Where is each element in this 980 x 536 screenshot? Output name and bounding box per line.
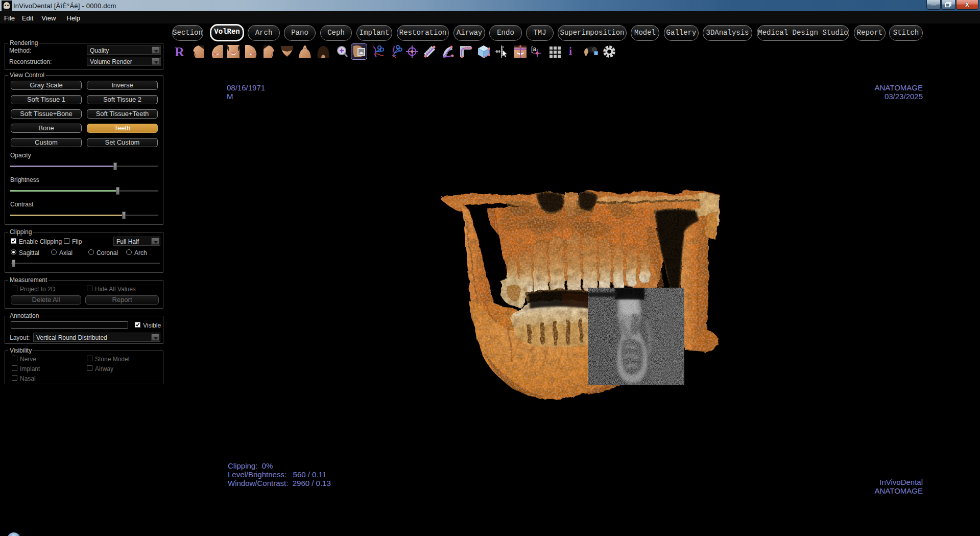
svg-text:[a: [a	[531, 45, 536, 53]
